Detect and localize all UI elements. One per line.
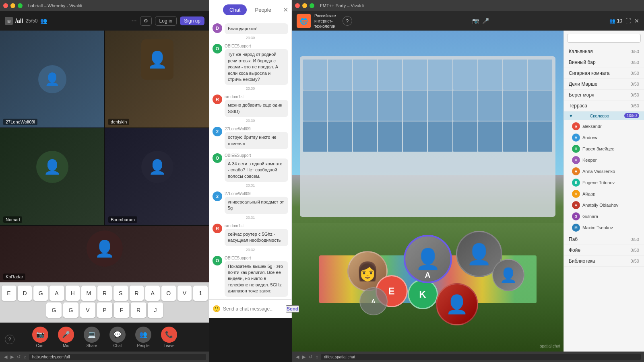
chat-close-button[interactable]: ✕ bbox=[283, 6, 288, 14]
camera-off-button[interactable]: 📷 bbox=[472, 18, 479, 24]
toolbar-mic[interactable]: 🎤 Mic bbox=[58, 327, 74, 348]
spatial-nav-home[interactable]: ⌂ bbox=[315, 354, 319, 359]
people-button[interactable]: 👥 bbox=[135, 327, 151, 343]
key-G3[interactable]: G bbox=[63, 302, 78, 318]
person-dot-andrew: A bbox=[572, 134, 580, 142]
bottom-toolbar: ? 📷 Cam 🎤 Mic 💻 Share 💬 Chat bbox=[0, 323, 209, 352]
msg-group-4: 2 27LoneWolf09l острую бритву никто не о… bbox=[213, 127, 288, 149]
spatial-close-button[interactable] bbox=[295, 3, 300, 8]
room-icon: ⊞ bbox=[5, 17, 13, 25]
chat-input-field[interactable] bbox=[223, 306, 283, 312]
nav-home[interactable]: ⌂ bbox=[23, 354, 27, 359]
room-item-vinbar[interactable]: Винный бар 0/50 bbox=[564, 57, 644, 68]
key-O[interactable]: O bbox=[161, 286, 176, 301]
mic-button[interactable]: 🎤 bbox=[58, 327, 74, 343]
key-1[interactable]: 1 bbox=[193, 286, 208, 301]
key-E[interactable]: E bbox=[2, 286, 16, 301]
msg-avatar-1: D bbox=[213, 23, 222, 33]
more-button[interactable]: ··· bbox=[131, 17, 136, 25]
nav-forward[interactable]: ▶ bbox=[10, 354, 14, 360]
fullscreen-button[interactable]: ⛶ bbox=[625, 18, 631, 24]
key-D[interactable]: D bbox=[18, 286, 32, 301]
msg-row-6: 2 27LoneWolf09l универсальный предмет от… bbox=[213, 191, 288, 214]
spatial-address-bar[interactable]: ritfest.spatial.chat bbox=[321, 354, 641, 360]
maximize-button[interactable] bbox=[18, 3, 23, 8]
key-J[interactable]: J bbox=[148, 302, 163, 318]
close-button[interactable] bbox=[3, 3, 8, 8]
help-button[interactable]: ? bbox=[5, 335, 14, 344]
spatial-nav-forward[interactable]: ▶ bbox=[301, 354, 306, 360]
room-name-kalyannaya: Кальянная bbox=[569, 49, 593, 54]
room-item-sigar[interactable]: Сигарная комната 0/50 bbox=[564, 68, 644, 79]
login-button[interactable]: Log in bbox=[155, 16, 177, 26]
nav-back[interactable]: ◀ bbox=[3, 354, 8, 360]
spatial-minimize-button[interactable] bbox=[302, 3, 307, 8]
person-anna: A Anna Vassilenko bbox=[564, 166, 644, 177]
participant-count: 25/50 bbox=[25, 18, 37, 24]
key-V2[interactable]: V bbox=[80, 302, 95, 318]
settings-button[interactable]: ⚙ bbox=[140, 16, 152, 26]
toolbar-people[interactable]: 👥 People bbox=[135, 327, 151, 348]
tab-chat[interactable]: Chat bbox=[223, 4, 247, 15]
msg-sender-7: random1st bbox=[225, 224, 288, 228]
toolbar-chat[interactable]: 💬 Chat bbox=[109, 327, 126, 348]
nav-reload[interactable]: ↺ bbox=[16, 354, 21, 360]
key-A2[interactable]: A bbox=[145, 286, 160, 301]
room-item-library[interactable]: Библиотека 0/50 bbox=[564, 256, 644, 267]
video-grid: 👤 27LoneWolf09l 👤 deniskin 👤 Nomad 👤 Boo… bbox=[0, 31, 209, 282]
toolbar-cam[interactable]: 📷 Cam bbox=[32, 327, 48, 348]
key-G[interactable]: G bbox=[33, 286, 48, 301]
room-sidebar: Кальянная 0/50 Винный бар 0/50 Сигарная … bbox=[564, 31, 644, 352]
minimize-button[interactable] bbox=[10, 3, 15, 8]
key-V[interactable]: V bbox=[178, 286, 192, 301]
share-button[interactable]: 💻 bbox=[84, 327, 100, 343]
whereby-address-bar[interactable]: habr.whereby.com/all bbox=[29, 354, 206, 360]
toolbar-share[interactable]: 💻 Share bbox=[84, 327, 100, 348]
chat-messages[interactable]: D Благодарочка! 23:30 O OBIEESupport Тут… bbox=[209, 20, 291, 299]
room-item-deli[interactable]: Дели Марше 0/50 bbox=[564, 79, 644, 90]
key-A[interactable]: A bbox=[50, 286, 64, 301]
help-icon-button[interactable]: ? bbox=[343, 16, 352, 26]
key-F[interactable]: F bbox=[114, 302, 129, 318]
room-item-pub[interactable]: Паб 0/50 bbox=[564, 234, 644, 245]
skolkovo-count-badge: 10/50 bbox=[624, 113, 639, 118]
room-search-input[interactable] bbox=[567, 34, 641, 43]
spatial-nav-reload[interactable]: ↺ bbox=[308, 354, 313, 360]
skolkovo-members: a aleksandr A Andrew П Павел Змейцев K K… bbox=[564, 120, 644, 234]
chat-button[interactable]: 💬 bbox=[109, 327, 126, 343]
key-G2[interactable]: G bbox=[46, 302, 62, 318]
tab-people[interactable]: People bbox=[248, 4, 277, 15]
key-R3[interactable]: R bbox=[131, 302, 146, 318]
send-button[interactable]: Send bbox=[286, 305, 299, 313]
spatial-url: ritfest.spatial.chat bbox=[324, 355, 355, 359]
skolkovo-section[interactable]: ▼ Сколково 10/50 bbox=[564, 111, 644, 120]
msg-avatar-6: 2 bbox=[213, 191, 222, 201]
leave-button[interactable]: 📞 bbox=[161, 327, 177, 343]
room-item-foye[interactable]: Фойе 0/50 bbox=[564, 245, 644, 256]
key-R[interactable]: R bbox=[97, 286, 112, 301]
spatial-close-x-button[interactable]: ✕ bbox=[634, 18, 639, 24]
cam-button[interactable]: 📷 bbox=[32, 327, 48, 343]
person-name-andrew: Andrew bbox=[582, 135, 597, 140]
room-item-kalyannaya[interactable]: Кальянная 0/50 bbox=[564, 46, 644, 57]
key-H[interactable]: H bbox=[66, 286, 80, 301]
msg-sender-3: random1st bbox=[225, 95, 288, 99]
msg-row-5: O OBIEESupport А 34 сети в одной комнате… bbox=[213, 153, 288, 182]
msg-content-7: random1st сейчас роутер с 5Ghz - насущна… bbox=[225, 224, 288, 246]
room-name-sigar: Сигарная комната bbox=[569, 70, 609, 76]
key-P[interactable]: P bbox=[97, 302, 112, 318]
mic-off-button[interactable]: 🎤 bbox=[482, 18, 489, 24]
whereby-window: habr/all – Whereby - Vivaldi ⊞ /all 25/5… bbox=[0, 0, 209, 362]
key-S[interactable]: S bbox=[114, 286, 128, 301]
toolbar-leave[interactable]: 📞 Leave bbox=[161, 327, 177, 348]
person-dot-eugene: E bbox=[572, 179, 580, 187]
chat-panel: Chat People ✕ D Благодарочка! 23:30 O OB… bbox=[209, 0, 292, 318]
signup-button[interactable]: Sign up bbox=[180, 16, 204, 25]
key-R2[interactable]: R bbox=[130, 286, 144, 301]
room-item-bereg[interactable]: Берег моря 0/50 bbox=[564, 90, 644, 101]
key-M[interactable]: M bbox=[81, 286, 96, 301]
spatial-nav-back[interactable]: ◀ bbox=[295, 354, 300, 360]
whereby-title-bar: habr/all – Whereby - Vivaldi bbox=[0, 0, 209, 11]
room-item-terrasa[interactable]: Терраса 0/50 bbox=[564, 101, 644, 111]
spatial-maximize-button[interactable] bbox=[310, 3, 314, 8]
